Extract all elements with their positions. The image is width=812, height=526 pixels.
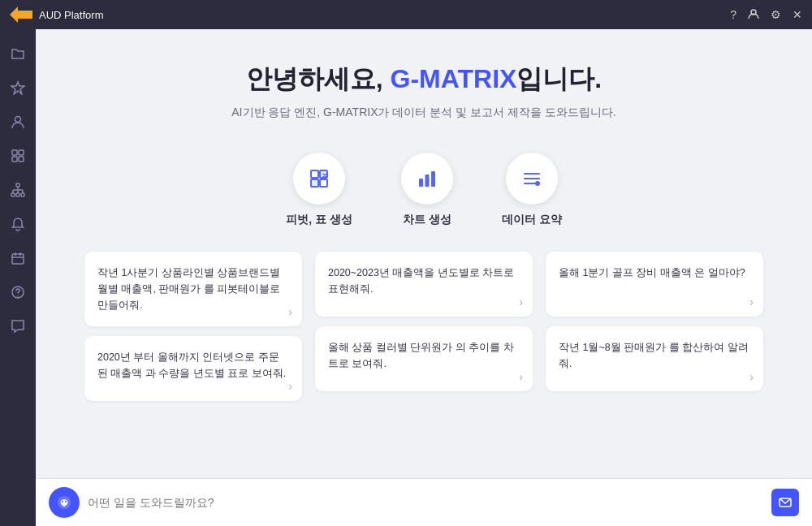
hero-section: 안녕하세요, G-MATRIX입니다. AI기반 응답 엔진, G-MATRIX… bbox=[84, 62, 763, 120]
summary-icon bbox=[520, 167, 543, 190]
sidebar-item-star[interactable] bbox=[3, 73, 32, 102]
pivot-icon-circle bbox=[293, 153, 345, 205]
pivot-card-1-text: 작년 1사분기 상품라인별 상품브랜드별 월별 매출액, 판매원가 를 피봇테이… bbox=[97, 267, 280, 311]
hero-title-prefix: 안녕하세요, bbox=[246, 64, 391, 93]
svg-point-36 bbox=[65, 501, 67, 502]
sidebar-item-bell[interactable] bbox=[3, 209, 32, 239]
sidebar-item-folder[interactable] bbox=[3, 39, 32, 68]
titlebar-controls: ? ⚙ ✕ bbox=[730, 8, 802, 22]
svg-rect-17 bbox=[12, 254, 24, 264]
chat-bot-icon bbox=[56, 494, 72, 511]
svg-marker-2 bbox=[11, 82, 24, 94]
pivot-card-column: 작년 1사분기 상품라인별 상품브랜드별 월별 매출액, 판매원가 를 피봇테이… bbox=[84, 252, 302, 401]
sidebar-item-help[interactable] bbox=[3, 278, 32, 307]
chart-icon bbox=[416, 167, 438, 190]
chart-card-1[interactable]: 2020~2023년 매출액을 년도별로 차트로 표현해줘. › bbox=[315, 252, 533, 317]
summary-card-1-text: 올해 1분기 골프 장비 매출액 은 얼마야? bbox=[559, 267, 745, 278]
svg-rect-23 bbox=[311, 170, 318, 178]
hero-title: 안녕하세요, G-MATRIX입니다. bbox=[84, 62, 763, 97]
app-name: AUD Platform bbox=[39, 9, 103, 21]
bottom-bar bbox=[36, 478, 812, 526]
summary-label: 데이터 요약 bbox=[502, 213, 562, 227]
svg-rect-11 bbox=[21, 193, 24, 196]
feature-row: 피벗, 표 생성 차트 생성 bbox=[84, 153, 763, 227]
svg-rect-6 bbox=[12, 157, 17, 162]
svg-rect-8 bbox=[16, 183, 19, 187]
svg-rect-9 bbox=[11, 193, 15, 196]
feature-pivot[interactable]: 피벗, 표 생성 bbox=[286, 153, 352, 227]
titlebar-left: AUD Platform bbox=[10, 6, 103, 23]
main-content: 안녕하세요, G-MATRIX입니다. AI기반 응답 엔진, G-MATRIX… bbox=[36, 29, 812, 478]
titlebar: AUD Platform ? ⚙ ✕ bbox=[0, 0, 812, 29]
help-icon[interactable]: ? bbox=[730, 8, 736, 21]
sidebar-item-org[interactable] bbox=[3, 175, 32, 205]
svg-rect-10 bbox=[16, 193, 19, 196]
pivot-card-2[interactable]: 2020년 부터 올해까지 인터넷으로 주문된 매출액 과 수량을 년도별 표로… bbox=[84, 336, 302, 401]
chat-icon-button[interactable] bbox=[49, 487, 80, 518]
chart-label: 차트 생성 bbox=[403, 213, 451, 227]
pivot-card-2-arrow: › bbox=[288, 380, 292, 393]
summary-card-1[interactable]: 올해 1분기 골프 장비 매출액 은 얼마야? › bbox=[546, 252, 763, 317]
settings-icon[interactable]: ⚙ bbox=[771, 8, 781, 21]
sidebar bbox=[0, 29, 36, 526]
summary-card-column: 올해 1분기 골프 장비 매출액 은 얼마야? › 작년 1월~8월 판매원가 … bbox=[546, 252, 763, 401]
summary-card-2-text: 작년 1월~8월 판매원가 를 합산하여 알려줘. bbox=[559, 342, 749, 369]
chart-card-2[interactable]: 올해 상품 컬러별 단위원가 의 추이를 차트로 보여줘. › bbox=[315, 326, 533, 391]
content-area: 안녕하세요, G-MATRIX입니다. AI기반 응답 엔진, G-MATRIX… bbox=[36, 29, 812, 526]
svg-point-22 bbox=[17, 295, 19, 297]
chart-card-1-text: 2020~2023년 매출액을 년도별로 차트로 표현해줘. bbox=[328, 267, 514, 295]
sidebar-item-calendar[interactable] bbox=[3, 244, 32, 273]
close-icon[interactable]: ✕ bbox=[793, 8, 802, 21]
sidebar-item-chat[interactable] bbox=[3, 312, 32, 341]
chart-card-column: 2020~2023년 매출액을 년도별로 차트로 표현해줘. › 올해 상품 컬… bbox=[315, 252, 533, 401]
svg-rect-5 bbox=[19, 150, 24, 155]
app-logo bbox=[10, 6, 32, 23]
chat-send-button[interactable] bbox=[771, 489, 799, 516]
svg-rect-29 bbox=[431, 171, 435, 187]
chart-card-1-arrow: › bbox=[519, 295, 523, 308]
svg-point-35 bbox=[62, 501, 63, 502]
summary-card-1-arrow: › bbox=[749, 295, 754, 308]
svg-marker-0 bbox=[10, 6, 32, 23]
summary-icon-circle bbox=[506, 153, 558, 205]
chart-icon-circle bbox=[401, 153, 453, 205]
feature-chart[interactable]: 차트 생성 bbox=[401, 153, 453, 227]
send-icon bbox=[778, 495, 793, 510]
chat-input[interactable] bbox=[88, 496, 763, 509]
svg-point-33 bbox=[535, 181, 540, 186]
svg-point-3 bbox=[15, 117, 21, 123]
svg-rect-25 bbox=[311, 179, 318, 187]
chart-card-2-text: 올해 상품 컬러별 단위원가 의 추이를 차트로 보여줘. bbox=[328, 342, 514, 369]
svg-rect-28 bbox=[425, 175, 429, 187]
svg-rect-27 bbox=[419, 179, 423, 187]
cards-grid: 작년 1사분기 상품라인별 상품브랜드별 월별 매출액, 판매원가 를 피봇테이… bbox=[84, 252, 763, 401]
user-icon[interactable] bbox=[748, 8, 759, 22]
svg-rect-7 bbox=[19, 157, 24, 162]
feature-summary[interactable]: 데이터 요약 bbox=[502, 153, 562, 227]
pivot-card-1[interactable]: 작년 1사분기 상품라인별 상품브랜드별 월별 매출액, 판매원가 를 피봇테이… bbox=[84, 252, 302, 326]
svg-rect-4 bbox=[12, 150, 17, 155]
hero-title-suffix: 입니다. bbox=[516, 64, 602, 93]
sidebar-item-grid[interactable] bbox=[3, 141, 32, 170]
hero-subtitle: AI기반 응답 엔진, G-MATRIX가 데이터 분석 및 보고서 제작을 도… bbox=[84, 106, 763, 120]
summary-card-2[interactable]: 작년 1월~8월 판매원가 를 합산하여 알려줘. › bbox=[546, 326, 763, 391]
pivot-card-1-arrow: › bbox=[288, 305, 292, 318]
svg-rect-26 bbox=[320, 179, 327, 187]
main-layout: 안녕하세요, G-MATRIX입니다. AI기반 응답 엔진, G-MATRIX… bbox=[0, 29, 812, 526]
summary-card-2-arrow: › bbox=[749, 370, 754, 383]
hero-title-highlight: G-MATRIX bbox=[391, 64, 517, 93]
sidebar-item-user[interactable] bbox=[3, 107, 32, 136]
pivot-card-2-text: 2020년 부터 올해까지 인터넷으로 주문된 매출액 과 수량을 년도별 표로… bbox=[97, 351, 286, 379]
pivot-label: 피벗, 표 생성 bbox=[286, 213, 352, 227]
pivot-icon bbox=[308, 167, 330, 190]
chart-card-2-arrow: › bbox=[519, 370, 523, 383]
